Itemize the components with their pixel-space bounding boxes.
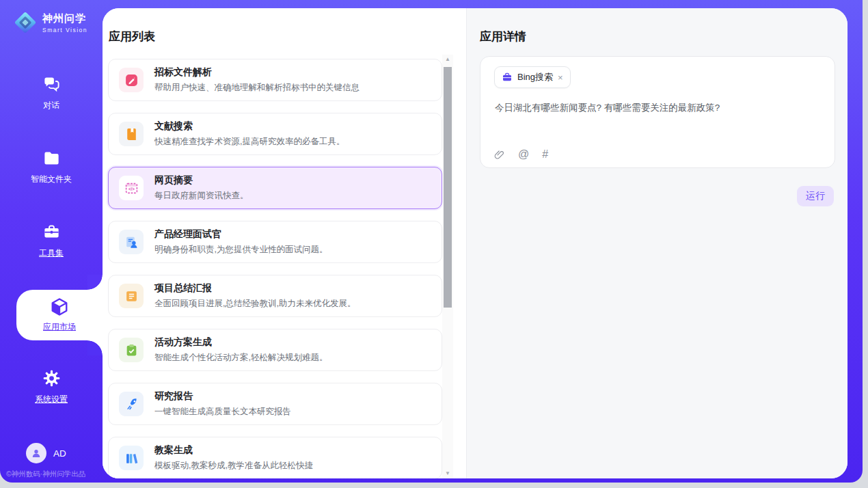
app-card-desc: 明确身份和职责,为您提供专业性的面试问题。 bbox=[154, 244, 327, 256]
interviewer-icon bbox=[119, 230, 144, 254]
tool-tag-bing-search[interactable]: Bing搜索 × bbox=[494, 66, 571, 88]
run-button[interactable]: 运行 bbox=[797, 186, 834, 206]
brand-subtitle: Smart Vision bbox=[42, 27, 87, 33]
sidebar-item-smart-folders[interactable]: 智能文件夹 bbox=[0, 149, 103, 185]
person-icon bbox=[30, 447, 42, 459]
app-card-project-report[interactable]: 项目总结汇报 全面回顾项目进展,总结经验教训,助力未来优化发展。 bbox=[108, 275, 442, 317]
lesson-plan-icon bbox=[119, 446, 144, 470]
brand-name: 神州问学 bbox=[42, 12, 87, 25]
cube-icon bbox=[49, 297, 70, 317]
app-card-desc: 模板驱动,教案秒成,教学准备从此轻松快捷 bbox=[154, 460, 313, 472]
app-detail-panel: 应用详情 Bing搜索 × 今日湖北有哪些新闻要点? 有哪些需要关注的最新政策? bbox=[466, 8, 847, 478]
hash-icon[interactable]: # bbox=[542, 148, 548, 161]
prompt-card[interactable]: Bing搜索 × 今日湖北有哪些新闻要点? 有哪些需要关注的最新政策? @ # bbox=[480, 56, 835, 168]
sidebar-item-label: 工具集 bbox=[0, 247, 103, 259]
app-card-title: 网页摘要 bbox=[154, 174, 249, 187]
sidebar-item-label: 智能文件夹 bbox=[0, 174, 103, 185]
app-card-title: 研究报告 bbox=[154, 390, 291, 403]
bubble-notch-bottom bbox=[87, 340, 103, 355]
sidebar-item-chat[interactable]: 对话 bbox=[0, 75, 103, 111]
copyright-text: ©神州数码·神州问学出品 bbox=[6, 470, 85, 479]
chat-icon bbox=[42, 75, 61, 94]
app-card-activity-plan[interactable]: 活动方案生成 智能生成个性化活动方案,轻松解决规划难题。 bbox=[108, 329, 442, 371]
gear-icon bbox=[42, 369, 61, 388]
app-card-desc: 快速精准查找学术资源,提高研究效率的必备工具。 bbox=[154, 136, 344, 148]
sidebar-item-label: 对话 bbox=[0, 100, 103, 111]
app-detail-title: 应用详情 bbox=[480, 29, 526, 44]
app-card-title: 活动方案生成 bbox=[154, 336, 327, 349]
bubble-notch-top bbox=[87, 275, 103, 290]
app-card-desc: 每日政府新闻资讯快查。 bbox=[154, 190, 249, 202]
user-initials: AD bbox=[53, 448, 66, 459]
app-card-title: 文献搜索 bbox=[154, 120, 344, 133]
prompt-toolbar: @ # bbox=[493, 148, 548, 161]
scroll-up-icon[interactable]: ▲ bbox=[442, 55, 453, 64]
app-card-title: 教案生成 bbox=[154, 444, 313, 457]
project-report-icon bbox=[119, 284, 144, 308]
app-card-desc: 一键智能生成高质量长文本研究报告 bbox=[154, 406, 291, 418]
app-card-desc: 帮助用户快速、准确地理解和解析招标书中的关键信息 bbox=[154, 82, 360, 94]
scrollbar-thumb[interactable] bbox=[444, 67, 452, 308]
toolbox-icon bbox=[42, 223, 61, 241]
sidebar-item-toolset[interactable]: 工具集 bbox=[0, 223, 103, 259]
app-window: 神州问学 Smart Vision 对话 智能文件夹 工具 bbox=[0, 0, 863, 483]
sidebar-item-label: 应用市场 bbox=[16, 321, 103, 333]
prompt-input[interactable]: 今日湖北有哪些新闻要点? 有哪些需要关注的最新政策? bbox=[495, 102, 818, 114]
app-card-title: 项目总结汇报 bbox=[154, 282, 355, 295]
app-list-panel: 应用列表 招标文件解析 帮助用户快速、准确地理解和解析招标书中的关键信息 文献搜… bbox=[103, 8, 466, 478]
sidebar: 神州问学 Smart Vision 对话 智能文件夹 工具 bbox=[0, 0, 103, 483]
app-card-research-report[interactable]: 研究报告 一键智能生成高质量长文本研究报告 bbox=[108, 383, 442, 425]
app-card-pm-interviewer[interactable]: 产品经理面试官 明确身份和职责,为您提供专业性的面试问题。 bbox=[108, 221, 442, 263]
app-card-lesson-plan[interactable]: 教案生成 模板驱动,教案秒成,教学准备从此轻松快捷 bbox=[108, 437, 442, 478]
folder-icon bbox=[42, 149, 61, 167]
app-card-tender-parse[interactable]: 招标文件解析 帮助用户快速、准确地理解和解析招标书中的关键信息 bbox=[108, 59, 442, 101]
main-panel: 应用列表 招标文件解析 帮助用户快速、准确地理解和解析招标书中的关键信息 文献搜… bbox=[103, 8, 847, 478]
brand-logo: 神州问学 Smart Vision bbox=[12, 10, 87, 36]
avatar bbox=[26, 443, 46, 463]
briefcase-icon bbox=[502, 72, 513, 83]
app-card-title: 产品经理面试官 bbox=[154, 228, 327, 241]
sidebar-item-label: 系统设置 bbox=[0, 394, 103, 405]
close-icon[interactable]: × bbox=[558, 73, 563, 82]
tool-tag-label: Bing搜索 bbox=[517, 71, 553, 83]
svg-text:</>: </> bbox=[128, 187, 134, 191]
app-card-literature-search[interactable]: 文献搜索 快速精准查找学术资源,提高研究效率的必备工具。 bbox=[108, 113, 442, 155]
activity-plan-icon bbox=[119, 338, 144, 362]
sidebar-item-settings[interactable]: 系统设置 bbox=[0, 369, 103, 405]
app-card-webpage-summary[interactable]: </> 网页摘要 每日政府新闻资讯快查。 bbox=[108, 167, 442, 209]
app-card-desc: 全面回顾项目进展,总结经验教训,助力未来优化发展。 bbox=[154, 298, 355, 310]
user-account[interactable]: AD bbox=[26, 443, 66, 463]
sidebar-item-app-market[interactable]: 应用市场 bbox=[16, 290, 103, 340]
mention-icon[interactable]: @ bbox=[518, 148, 529, 161]
list-scrollbar[interactable]: ▲ ▼ bbox=[442, 55, 453, 478]
attachment-icon[interactable] bbox=[493, 149, 505, 161]
app-card-title: 招标文件解析 bbox=[154, 66, 360, 79]
app-card-desc: 智能生成个性化活动方案,轻松解决规划难题。 bbox=[154, 352, 327, 364]
diamond-logo-icon bbox=[12, 10, 38, 36]
app-list-title: 应用列表 bbox=[109, 29, 155, 44]
tender-doc-icon bbox=[119, 68, 144, 92]
literature-book-icon bbox=[119, 122, 144, 146]
research-report-icon bbox=[119, 392, 144, 416]
scroll-down-icon[interactable]: ▼ bbox=[442, 469, 453, 478]
webpage-summary-icon: </> bbox=[119, 176, 144, 200]
